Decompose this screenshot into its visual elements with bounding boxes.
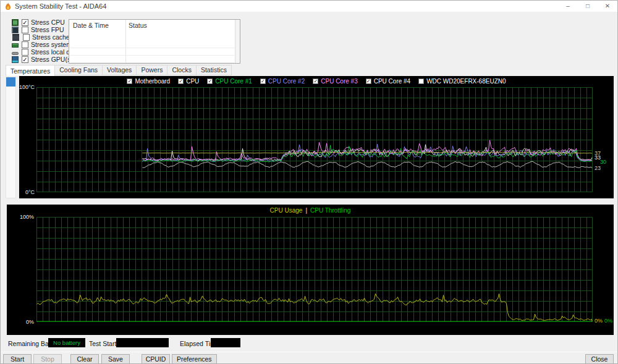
legend-label: CPU Core #2 <box>268 78 305 85</box>
legend-checkbox[interactable]: ✓ <box>207 78 213 84</box>
charts-scrollbar-thumb[interactable] <box>6 77 15 87</box>
app-window: System Stability Test - AIDA64 – □ ✕ ✓St… <box>0 0 618 364</box>
chart2-title-part: CPU Throttling <box>310 207 350 214</box>
column-divider <box>125 20 126 63</box>
chart1-legend: ✓Motherboard✓CPU✓CPU Core #1✓CPU Core #2… <box>19 78 614 85</box>
remaining-battery-value: No battery <box>48 338 85 347</box>
close-window-button[interactable]: ✕ <box>598 1 617 12</box>
legend-checkbox[interactable]: ✓ <box>178 78 184 84</box>
legend-item: ✓CPU Core #4 <box>366 78 410 85</box>
legend-label: CPU Core #4 <box>374 78 410 85</box>
chart2-panel: CPU Usage|CPU Throttling 100% 0% 0%0% <box>7 205 614 335</box>
current-value-label: 23 <box>595 165 601 171</box>
tab-temperatures[interactable]: Temperatures <box>6 65 55 76</box>
button-bar: StartStopClearSaveCPUIDPreferencesClose <box>1 354 617 364</box>
column-header-status: Status <box>129 22 147 29</box>
legend-item: ✓Motherboard <box>127 78 170 85</box>
legend-checkbox[interactable] <box>418 78 424 84</box>
legend-label: Motherboard <box>135 78 170 85</box>
save-button[interactable]: Save <box>101 354 130 364</box>
cache-icon <box>12 34 19 41</box>
chart1-panel: ✓Motherboard✓CPU✓CPU Core #1✓CPU Core #2… <box>19 76 614 198</box>
window-title: System Stability Test - AIDA64 <box>15 2 106 10</box>
current-value-label: 0% <box>604 318 612 324</box>
legend-label: CPU Core #3 <box>321 78 357 85</box>
legend-item: ✓CPU <box>178 78 199 85</box>
tab-powers[interactable]: Powers <box>137 65 167 75</box>
window-controls: – □ ✕ <box>558 1 617 12</box>
app-flame-icon <box>4 2 12 10</box>
stress-option-label: Stress cache <box>32 33 70 41</box>
maximize-button[interactable]: □ <box>578 1 598 12</box>
start-button[interactable]: Start <box>3 354 32 364</box>
preferences-button[interactable]: Preferences <box>172 354 217 364</box>
clear-button[interactable]: Clear <box>70 354 99 364</box>
stop-button[interactable]: Stop <box>33 354 62 364</box>
tab-cooling-fans[interactable]: Cooling Fans <box>55 65 103 75</box>
disk-icon <box>12 52 19 55</box>
tab-voltages[interactable]: Voltages <box>103 65 137 75</box>
stress-checkbox[interactable] <box>22 27 28 33</box>
close-button[interactable]: Close <box>585 354 614 364</box>
stress-option-label: Stress FPU <box>31 26 64 33</box>
chart2-title-part: | <box>305 207 307 214</box>
table-row-separator <box>70 62 234 63</box>
test-started-value <box>116 338 169 347</box>
stress-checkbox[interactable] <box>22 41 28 48</box>
table-row-separator <box>70 48 234 48</box>
stress-checkbox[interactable]: ✓ <box>22 19 28 26</box>
fpu-icon <box>12 27 19 33</box>
chart2-title-part: CPU Usage <box>270 207 303 214</box>
legend-item: WDC WD20EFRX-68EUZN0 <box>418 78 506 85</box>
log-table-scrollbar[interactable] <box>235 20 240 63</box>
column-header-date-time: Date & Time <box>73 22 109 29</box>
gpu-icon <box>12 56 19 63</box>
charts-scrollbar[interactable] <box>6 76 16 198</box>
legend-checkbox[interactable]: ✓ <box>127 78 132 84</box>
tab-statistics[interactable]: Statistics <box>197 65 232 75</box>
legend-item: ✓CPU Core #2 <box>260 78 305 85</box>
title-bar: System Stability Test - AIDA64 – □ ✕ <box>1 1 617 12</box>
chart1-y-max-label: 100°C <box>19 84 35 90</box>
elapsed-time-value <box>211 338 240 347</box>
legend-label: WDC WD20EFRX-68EUZN0 <box>426 78 506 85</box>
tab-bar: TemperaturesCooling FansVoltagesPowersCl… <box>6 66 232 75</box>
stress-checkbox[interactable]: ✓ <box>22 56 28 63</box>
table-row-separator <box>70 55 234 56</box>
cpu-icon <box>12 19 19 26</box>
temperature-chart-canvas <box>36 87 593 192</box>
memory-icon <box>12 43 19 48</box>
legend-item: ✓CPU Core #1 <box>207 78 252 85</box>
legend-checkbox[interactable]: ✓ <box>313 78 318 84</box>
tab-clocks[interactable]: Clocks <box>167 65 197 75</box>
cpuid-button[interactable]: CPUID <box>142 354 170 364</box>
separator <box>1 352 617 352</box>
cpu-usage-chart-canvas <box>36 217 593 322</box>
legend-label: CPU <box>186 78 199 85</box>
chart1-y-min-label: 0°C <box>19 189 35 195</box>
minimize-button[interactable]: – <box>558 1 578 12</box>
legend-item: ✓CPU Core #3 <box>313 78 357 85</box>
stress-option-label: Stress CPU <box>31 19 65 26</box>
stress-option-label: Stress GPU(s) <box>31 56 73 63</box>
current-value-label: 30 <box>600 159 606 165</box>
legend-label: CPU Core #1 <box>215 78 252 85</box>
log-table: Date & Time Status <box>69 19 240 64</box>
current-value-label: 0% <box>595 318 603 324</box>
chart2-y-max-label: 100% <box>15 214 34 220</box>
legend-checkbox[interactable]: ✓ <box>366 78 371 84</box>
legend-checkbox[interactable]: ✓ <box>260 78 266 84</box>
stress-checkbox[interactable] <box>22 49 28 56</box>
chart2-title: CPU Usage|CPU Throttling <box>7 207 614 214</box>
chart2-y-min-label: 0% <box>15 319 34 325</box>
stress-checkbox[interactable] <box>23 34 30 41</box>
